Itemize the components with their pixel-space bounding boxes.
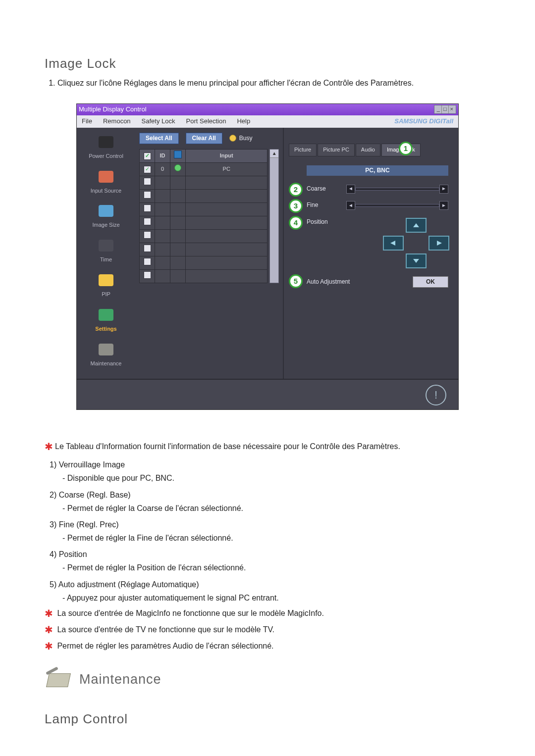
left-pane: Select All Clear All Busy ID Input: [135, 128, 284, 379]
star-note: ✱ Permet de régler les paramètres Audio …: [45, 639, 490, 654]
arrow-left-icon[interactable]: ◄: [346, 185, 355, 194]
input-icon: [94, 168, 118, 185]
tab-picture[interactable]: Picture: [289, 144, 317, 156]
coarse-row: Coarse ◄►: [307, 185, 448, 193]
auto-adjust-row: Auto Adjustment OK: [307, 276, 448, 288]
arrow-right-icon[interactable]: ►: [439, 201, 448, 210]
callout-1: 1: [399, 142, 413, 155]
position-row: Position: [307, 218, 448, 268]
menu-port-selection[interactable]: Port Selection: [186, 117, 226, 126]
note-item: 4) Position: [50, 549, 490, 560]
info-icon[interactable]: !: [426, 385, 446, 405]
position-down-button[interactable]: [406, 253, 427, 268]
table-row[interactable]: [140, 176, 268, 189]
fine-row: Fine ◄►: [307, 201, 448, 209]
maintenance-heading: Maintenance: [79, 670, 161, 689]
maximize-icon[interactable]: □: [441, 105, 448, 113]
arrow-right-icon[interactable]: ►: [439, 185, 448, 194]
position-pad: [383, 218, 448, 268]
table-row[interactable]: [140, 229, 268, 243]
titlebar[interactable]: Multiple Display Control _□×: [77, 104, 458, 115]
table-row[interactable]: [140, 189, 268, 202]
star-icon: ✱: [45, 441, 53, 452]
note-sub: Disponible que pour PC, BNC.: [62, 472, 490, 484]
sidebar-label: Input Source: [79, 187, 133, 195]
minimize-icon[interactable]: _: [435, 105, 441, 113]
sidebar-item-time[interactable]: Time: [77, 234, 135, 269]
tab-audio[interactable]: Audio: [356, 144, 380, 156]
table-row[interactable]: [140, 216, 268, 229]
row-checkbox[interactable]: [144, 191, 151, 199]
power-icon: [94, 134, 118, 151]
table-row[interactable]: [140, 243, 268, 256]
row-checkbox[interactable]: [144, 166, 151, 173]
scrollbar[interactable]: ▲: [269, 149, 279, 283]
sidebar-label: Time: [79, 256, 133, 264]
maintenance-heading-row: Maintenance: [45, 669, 490, 690]
sidebar-item-input[interactable]: Input Source: [77, 165, 135, 200]
header-checkbox[interactable]: [144, 152, 151, 160]
tabs: Picture Picture PC Audio Image Lock: [289, 144, 453, 156]
note-intro: Le Tableau d'Information fournit l'infor…: [55, 442, 400, 451]
right-pane: Picture Picture PC Audio Image Lock 1 PC…: [284, 128, 458, 379]
position-right-button[interactable]: [428, 236, 449, 251]
row-checkbox[interactable]: [144, 231, 151, 239]
row-checkbox[interactable]: [144, 178, 151, 185]
svg-marker-1: [390, 241, 395, 246]
display-table: ID Input 0 PC: [139, 149, 268, 283]
sidebar-label: Maintenance: [79, 360, 133, 368]
star-note: ✱ La source d'entrée de MagicInfo ne fon…: [45, 606, 490, 621]
sidebar-item-power[interactable]: Power Control: [77, 131, 135, 165]
clear-all-button[interactable]: Clear All: [186, 133, 222, 144]
section-title: Image Lock: [45, 54, 490, 73]
menu-safety-lock[interactable]: Safety Lock: [142, 117, 175, 126]
coarse-slider[interactable]: ◄►: [346, 185, 448, 193]
note-sub: Permet de régler la Fine de l'écran séle…: [62, 532, 490, 544]
note-item: 2) Coarse (Regl. Base): [50, 489, 490, 501]
table-row[interactable]: 0 PC: [140, 162, 268, 176]
position-left-button[interactable]: [383, 236, 404, 251]
sidebar-item-settings[interactable]: Settings: [77, 303, 135, 338]
table-row[interactable]: [140, 256, 268, 269]
row-checkbox[interactable]: [144, 218, 151, 225]
row-id: 0: [155, 162, 170, 176]
close-icon[interactable]: ×: [448, 105, 455, 113]
row-checkbox[interactable]: [144, 258, 151, 265]
select-all-button[interactable]: Select All: [139, 133, 179, 144]
sidebar-label: Settings: [79, 325, 133, 333]
row-checkbox[interactable]: [144, 245, 151, 252]
note-sub: Permet de régler la Coarse de l'écran sé…: [62, 503, 490, 514]
position-up-button[interactable]: [406, 218, 427, 233]
star-note: ✱ La source d'entrée de TV ne fonctionne…: [45, 623, 490, 637]
notes: ✱Le Tableau d'Information fournit l'info…: [45, 440, 490, 654]
row-status-icon: [174, 164, 181, 171]
app-title: Multiple Display Control: [79, 105, 147, 114]
star-icon: ✱: [45, 624, 53, 635]
menu-help[interactable]: Help: [237, 117, 250, 126]
maint-icon: [94, 341, 118, 358]
sidebar-item-pip[interactable]: PIP: [77, 269, 135, 303]
scroll-up-icon[interactable]: ▲: [270, 150, 278, 158]
maintenance-icon: [45, 669, 71, 690]
position-label: Position: [307, 218, 341, 226]
arrow-left-icon[interactable]: ◄: [346, 201, 355, 210]
lamp-control-heading: Lamp Control: [45, 710, 490, 729]
row-checkbox[interactable]: [144, 204, 151, 212]
table-row[interactable]: [140, 202, 268, 216]
sidebar-item-maint[interactable]: Maintenance: [77, 338, 135, 373]
row-input: PC: [186, 162, 268, 176]
table-row[interactable]: [140, 269, 268, 283]
menu-remocon[interactable]: Remocon: [103, 117, 131, 126]
fine-slider[interactable]: ◄►: [346, 202, 448, 209]
ok-button[interactable]: OK: [413, 276, 448, 288]
tab-picture-pc[interactable]: Picture PC: [318, 144, 355, 156]
window-buttons[interactable]: _□×: [434, 105, 456, 114]
settings-icon: [94, 306, 118, 323]
pip-icon: [94, 272, 118, 289]
menu-file[interactable]: File: [82, 117, 92, 126]
sidebar-item-size[interactable]: Image Size: [77, 200, 135, 234]
callout-3: 3: [289, 199, 303, 213]
row-checkbox[interactable]: [144, 271, 151, 279]
busy-indicator: Busy: [229, 134, 253, 143]
note-item: 3) Fine (Regl. Prec): [50, 519, 490, 530]
